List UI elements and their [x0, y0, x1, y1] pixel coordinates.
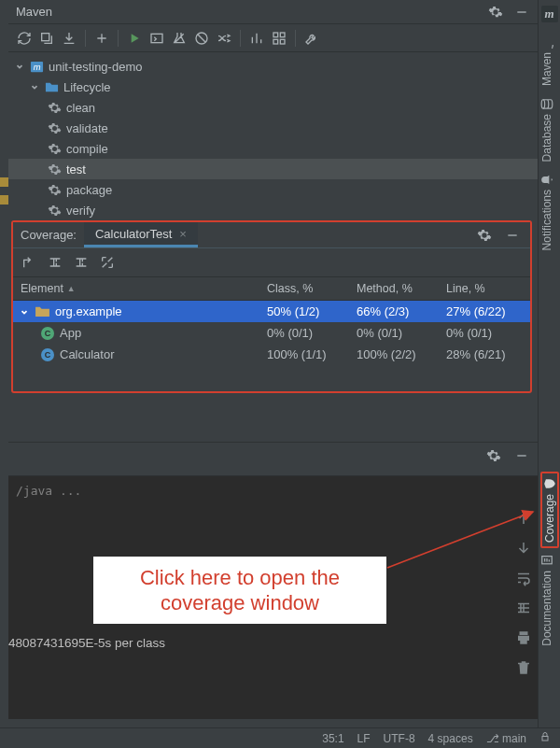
rail-database[interactable]: Database	[540, 92, 553, 167]
lifecycle-compile[interactable]: compile	[8, 138, 538, 159]
trash-icon[interactable]	[515, 659, 532, 676]
cursor-position[interactable]: 35:1	[322, 732, 343, 745]
gear-icon	[48, 162, 62, 176]
maven-rail-icon[interactable]: m	[541, 6, 558, 22]
rail-documentation[interactable]: Documentation	[540, 548, 553, 652]
coverage-row[interactable]: CCalculator100% (1/1)100% (2/2)28% (6/21…	[13, 344, 530, 365]
coverage-row[interactable]: CApp0% (0/1)0% (0/1)0% (0/1)	[13, 322, 530, 344]
col-element: Element	[21, 282, 63, 295]
lifecycle-item-label: clean	[66, 101, 95, 115]
skip-tests-icon[interactable]	[171, 30, 188, 47]
gear-icon[interactable]	[487, 4, 504, 21]
chevron-down-icon	[29, 81, 40, 92]
element-name: App	[60, 326, 81, 340]
line-pct: 28% (6/21)	[441, 347, 530, 361]
class-pct: 0% (0/1)	[261, 326, 351, 340]
maven-panel-header: Maven	[8, 0, 538, 24]
expand-icon[interactable]	[99, 254, 116, 271]
minimize-icon[interactable]	[513, 4, 530, 21]
project-label: unit-testing-demo	[49, 60, 142, 74]
reload-icon[interactable]	[16, 30, 33, 47]
run-icon[interactable]	[126, 30, 143, 47]
lock-icon[interactable]	[539, 731, 551, 745]
minimize-icon[interactable]	[504, 227, 521, 244]
coverage-title: Coverage:	[13, 228, 84, 242]
element-name: org.example	[55, 304, 122, 318]
folder-icon	[45, 80, 59, 94]
rail-label: Coverage	[543, 494, 556, 543]
profiles-icon[interactable]	[248, 30, 265, 47]
rail-coverage[interactable]: Coverage	[540, 472, 559, 548]
class-icon: C	[41, 327, 54, 340]
lifecycle-label: Lifecycle	[63, 80, 111, 94]
dependency-icon[interactable]	[216, 30, 232, 47]
scroll-down-icon[interactable]	[515, 540, 532, 557]
lifecycle-validate[interactable]: validate	[8, 118, 538, 138]
add-icon[interactable]	[93, 30, 110, 47]
console-path: /java ...	[8, 476, 538, 504]
console-text: 48087431695E-5s per class	[8, 636, 165, 650]
folder-icon	[35, 304, 49, 318]
lifecycle-verify[interactable]: verify	[8, 200, 538, 220]
collapse-icon[interactable]	[271, 30, 287, 47]
indent-setting[interactable]: 4 spaces	[428, 732, 473, 745]
print-icon[interactable]	[515, 629, 532, 646]
lifecycle-item-label: package	[66, 183, 112, 197]
flatten-icon[interactable]	[47, 254, 63, 271]
annotation-callout: Click here to open the coverage window	[93, 557, 386, 624]
status-bar: 35:1 LF UTF-8 4 spaces ⎇ main	[0, 727, 560, 748]
tree-project-row[interactable]: m unit-testing-demo	[8, 56, 538, 77]
wrench-icon[interactable]	[303, 30, 320, 47]
svg-rect-2	[151, 34, 162, 42]
level-up-icon[interactable]	[21, 254, 37, 271]
maven-toolbar	[8, 24, 538, 52]
minimize-icon[interactable]	[513, 447, 530, 464]
chevron-down-icon	[19, 306, 30, 318]
coverage-header: Coverage: CalculatorTest ×	[13, 222, 530, 248]
tree-lifecycle-row[interactable]: Lifecycle	[8, 77, 538, 97]
lifecycle-clean[interactable]: clean	[8, 97, 538, 118]
coverage-tab[interactable]: CalculatorTest ×	[84, 222, 198, 247]
gear-icon[interactable]	[476, 227, 493, 244]
sort-asc-icon: ▲	[67, 284, 76, 293]
scroll-up-icon[interactable]	[515, 510, 532, 527]
method-pct: 100% (2/2)	[351, 347, 441, 361]
maven-panel-title: Maven	[16, 5, 487, 19]
offline-icon[interactable]	[193, 30, 210, 47]
execute-maven-icon[interactable]	[148, 30, 165, 47]
coverage-toolbar	[13, 248, 530, 276]
hide-covered-icon[interactable]	[73, 254, 90, 271]
scroll-to-end-icon[interactable]	[515, 600, 532, 616]
coverage-table-head[interactable]: Element ▲ Class, % Method, % Line, %	[13, 276, 530, 301]
method-pct: 0% (0/1)	[351, 326, 441, 340]
run-gutter	[0, 0, 8, 748]
gear-icon[interactable]	[485, 447, 502, 464]
git-branch[interactable]: ⎇ main	[486, 732, 526, 745]
coverage-row[interactable]: org.example50% (1/2)66% (2/3)27% (6/22)	[13, 301, 530, 322]
coverage-tab-label: CalculatorTest	[95, 227, 172, 241]
coverage-icon	[543, 477, 556, 490]
method-pct: 66% (2/3)	[351, 304, 441, 318]
right-tool-rail: m MavenmDatabaseNotificationsCoverageDoc…	[538, 0, 560, 748]
file-encoding[interactable]: UTF-8	[384, 732, 415, 745]
gear-icon	[48, 101, 62, 115]
class-pct: 100% (1/1)	[261, 347, 351, 361]
rail-notifications[interactable]: Notifications	[540, 167, 553, 256]
lifecycle-item-label: validate	[66, 121, 108, 135]
element-name: Calculator	[60, 347, 115, 361]
lifecycle-package[interactable]: package	[8, 179, 538, 200]
svg-rect-16	[542, 737, 548, 741]
svg-text:m: m	[551, 41, 553, 49]
line-pct: 0% (0/1)	[441, 326, 530, 340]
gear-icon	[48, 183, 62, 197]
database-icon	[540, 97, 553, 110]
notifications-icon	[540, 173, 553, 186]
download-icon[interactable]	[61, 30, 77, 47]
col-line: Line, %	[441, 282, 530, 295]
line-ending[interactable]: LF	[357, 732, 371, 745]
soft-wrap-icon[interactable]	[515, 570, 532, 586]
generate-icon[interactable]	[38, 30, 55, 47]
lifecycle-test[interactable]: test	[8, 159, 538, 179]
rail-maven[interactable]: Mavenm	[540, 30, 553, 92]
close-icon[interactable]: ×	[179, 227, 187, 241]
